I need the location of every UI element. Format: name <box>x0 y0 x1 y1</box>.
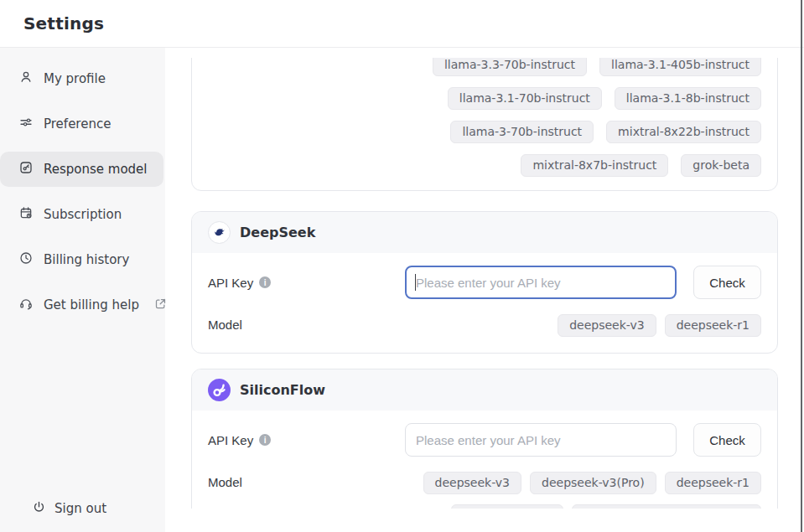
user-icon <box>18 70 34 88</box>
info-icon[interactable]: i <box>259 276 271 288</box>
model-chip: deepseek-r1 <box>665 472 761 494</box>
sidebar-item-billing-history[interactable]: Billing history <box>0 242 163 277</box>
settings-sidebar: My profile Preference Response model <box>0 48 165 532</box>
sidebar-item-label: Subscription <box>44 207 122 222</box>
provider-header: DeepSeek <box>192 212 777 253</box>
api-key-row: API Key i Check <box>192 266 777 299</box>
model-chips: deepseek-v3deepseek-v3(Pro)deepseek-r1 <box>423 472 761 494</box>
api-key-label: API Key i <box>208 276 271 290</box>
provider-card-siliconflow: SiliconFlow API Key i Check Model deepse… <box>191 369 778 509</box>
model-chip: deepseek-v3(Pro) <box>530 472 656 494</box>
model-chip: deepseek-v3 <box>558 314 656 337</box>
provider-name: DeepSeek <box>240 225 315 240</box>
provider-card-models-list: llama-3.3-70b-instructllama-3.1-405b-ins… <box>191 58 778 191</box>
model-chip-row: llama-3.1-70b-instructllama-3.1-8b-instr… <box>208 87 761 110</box>
sidebar-item-label: Billing history <box>44 252 129 267</box>
model-chip: deepseek-v3 <box>423 472 522 494</box>
model-chip-row: llama-3.3-70b-instructllama-3.1-405b-ins… <box>208 58 761 76</box>
model-chip: grok-beta <box>681 154 761 177</box>
model-chip-rows: llama-3.3-70b-instructllama-3.1-405b-ins… <box>208 58 761 177</box>
model-chips: deepseek-v3deepseek-r1 <box>558 314 761 337</box>
window-scrollbar[interactable] <box>801 0 802 532</box>
model-chip <box>572 504 761 509</box>
provider-name: SiliconFlow <box>240 382 325 398</box>
sliders-icon <box>18 115 34 133</box>
response-model-panel: llama-3.3-70b-instructllama-3.1-405b-ins… <box>165 48 804 532</box>
model-row: Model deepseek-v3deepseek-r1 <box>192 314 777 337</box>
provider-header: SiliconFlow <box>192 369 777 411</box>
api-key-input[interactable] <box>405 423 677 457</box>
sidebar-item-label: My profile <box>44 71 106 86</box>
calendar-icon <box>18 205 34 224</box>
model-chip: llama-3.1-70b-instruct <box>448 87 602 110</box>
check-button[interactable]: Check <box>693 423 761 457</box>
model-chip: llama-3-70b-instruct <box>450 121 594 143</box>
sidebar-item-label: Preference <box>44 116 111 132</box>
clock-icon <box>18 251 34 269</box>
model-chip: llama-3.3-70b-instruct <box>433 58 587 76</box>
model-chip: mixtral-8x7b-instruct <box>521 154 668 177</box>
model-label: Model <box>208 318 242 332</box>
info-icon[interactable]: i <box>259 434 271 446</box>
sign-out-label: Sign out <box>54 501 106 516</box>
model-chip: deepseek-r1 <box>665 314 761 337</box>
sidebar-item-label: Response model <box>44 162 148 177</box>
sidebar-item-label: Get billing help <box>44 297 139 312</box>
model-chips-partial <box>192 504 777 509</box>
provider-card-deepseek: DeepSeek API Key i Check Model deepseek-… <box>191 211 778 354</box>
sidebar-item-preference[interactable]: Preference <box>0 106 163 142</box>
api-key-row: API Key i Check <box>192 423 777 457</box>
sidebar-item-get-billing-help[interactable]: Get billing help <box>0 287 163 323</box>
model-row: Model deepseek-v3deepseek-v3(Pro)deepsee… <box>192 472 777 494</box>
settings-header: Settings <box>0 0 804 48</box>
api-key-label: API Key i <box>208 433 271 447</box>
sidebar-item-response-model[interactable]: Response model <box>0 152 163 187</box>
text-caret <box>415 274 416 291</box>
deepseek-logo-icon <box>208 221 231 244</box>
api-key-input-wrap <box>405 423 677 457</box>
model-chip: llama-3.1-8b-instruct <box>615 87 761 110</box>
page-title: Settings <box>23 13 104 34</box>
sign-out-button[interactable]: Sign out <box>0 491 163 526</box>
sidebar-item-subscription[interactable]: Subscription <box>0 197 163 232</box>
external-link-icon <box>154 297 167 313</box>
key-icon <box>18 160 34 178</box>
model-chip-row: llama-3-70b-instructmixtral-8x22b-instru… <box>208 121 761 143</box>
api-key-input[interactable] <box>405 266 677 299</box>
model-label: Model <box>208 475 242 489</box>
headset-icon <box>18 296 34 314</box>
model-chip: mixtral-8x22b-instruct <box>606 121 761 143</box>
scroll-viewport: llama-3.3-70b-instructllama-3.1-405b-ins… <box>165 58 804 509</box>
api-key-input-wrap <box>405 266 677 299</box>
model-chip: llama-3.1-405b-instruct <box>599 58 761 76</box>
check-button[interactable]: Check <box>693 266 761 299</box>
sidebar-item-my-profile[interactable]: My profile <box>0 61 163 96</box>
siliconflow-logo-icon <box>208 379 231 401</box>
model-chip <box>451 504 563 509</box>
power-icon <box>32 500 46 518</box>
model-chip-row: mixtral-8x7b-instructgrok-beta <box>208 154 761 177</box>
